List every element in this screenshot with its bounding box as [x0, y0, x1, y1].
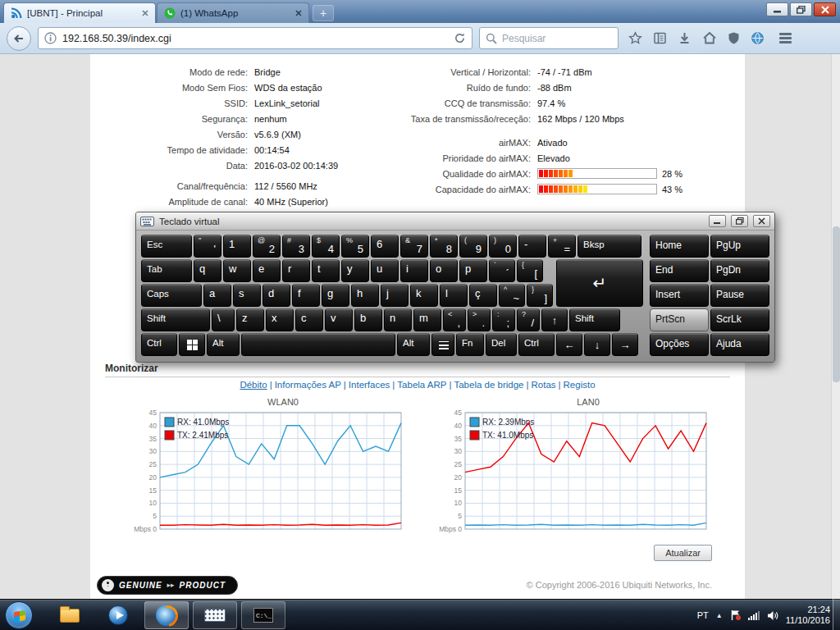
vk-key-pgup[interactable]: PgUp	[710, 235, 769, 258]
vk-key-tilde[interactable]: ^~	[499, 284, 525, 307]
back-button[interactable]	[7, 26, 31, 51]
vk-key-5[interactable]: %5	[341, 235, 369, 258]
vk-key-q[interactable]: q	[194, 259, 221, 282]
vk-key-8[interactable]: *8	[430, 235, 458, 258]
vk-key-slash[interactable]: ?/	[517, 308, 540, 331]
search-bar[interactable]	[479, 27, 619, 49]
vk-key-shift[interactable]: Shift	[569, 308, 620, 331]
search-input[interactable]	[502, 33, 612, 44]
vk-key-4[interactable]: $4	[312, 235, 340, 258]
vk-key-prtscn[interactable]: PrtScn	[650, 308, 709, 331]
vk-key-b[interactable]: b	[354, 308, 382, 331]
start-button[interactable]	[5, 601, 33, 629]
vk-key-ctrl[interactable]: Ctrl	[141, 333, 177, 356]
vk-key-j[interactable]: j	[381, 284, 409, 307]
browser-tab[interactable]: [UBNT] - Principal	[3, 2, 156, 23]
vk-close-button[interactable]	[753, 215, 770, 227]
vk-key-semicolon[interactable]: :;	[492, 308, 515, 331]
vk-key-pgdn[interactable]: PgDn	[710, 259, 769, 282]
browser-tab[interactable]: (1) WhatsApp	[157, 2, 309, 23]
home-icon[interactable]	[702, 31, 717, 45]
page-scrollbar[interactable]	[831, 54, 840, 599]
vk-minimize-button[interactable]	[709, 215, 726, 227]
vk-key-d[interactable]: d	[262, 284, 290, 307]
bookmarks-panel-icon[interactable]	[653, 31, 667, 45]
vk-key-p[interactable]: p	[459, 259, 487, 282]
reload-icon[interactable]	[454, 32, 466, 44]
vk-key-f[interactable]: f	[292, 284, 320, 307]
command-prompt-taskbar-button[interactable]: C:\_	[241, 601, 285, 629]
vk-key-a[interactable]: a	[203, 284, 231, 307]
vk-key-alt[interactable]: Alt	[207, 333, 240, 356]
vk-key-comma[interactable]: <,	[443, 308, 466, 331]
volume-icon[interactable]	[767, 610, 778, 621]
vk-key-e[interactable]: e	[253, 259, 281, 282]
new-tab-button[interactable]: +	[313, 5, 334, 21]
vk-key-0[interactable]: )0	[489, 235, 517, 258]
vk-titlebar[interactable]: Teclado virtual	[136, 212, 774, 231]
vk-key-bracket-open[interactable]: {[	[517, 259, 543, 282]
vk-key-tab[interactable]: Tab	[141, 259, 192, 282]
vk-key-space[interactable]	[241, 333, 395, 356]
media-player-taskbar-button[interactable]	[96, 601, 140, 629]
monitor-link[interactable]: Tabela de bridge	[454, 380, 523, 390]
vk-key-n[interactable]: n	[384, 308, 412, 331]
vk-key-w[interactable]: w	[223, 259, 251, 282]
vk-key-caps[interactable]: Caps	[141, 284, 202, 307]
vk-key-m[interactable]: m	[413, 308, 441, 331]
monitor-link[interactable]: Informações AP	[275, 380, 341, 390]
vk-key-menu[interactable]	[431, 333, 454, 356]
explorer-taskbar-button[interactable]	[48, 601, 92, 629]
vk-key-3[interactable]: #3	[282, 235, 310, 258]
info-icon[interactable]	[44, 32, 57, 44]
vk-key-opções[interactable]: Opções	[650, 333, 709, 356]
vk-key-pause[interactable]: Pause	[710, 284, 769, 307]
vk-key-k[interactable]: k	[410, 284, 438, 307]
vk-key-minus[interactable]: -	[518, 235, 546, 258]
downloads-icon[interactable]	[678, 31, 692, 45]
vk-key-g[interactable]: g	[322, 284, 349, 307]
monitor-link[interactable]: Registo	[564, 380, 596, 390]
menu-icon[interactable]	[779, 33, 792, 43]
vk-key-equals[interactable]: +=	[548, 235, 576, 258]
network-icon[interactable]	[748, 611, 760, 620]
bookmark-star-icon[interactable]	[628, 31, 642, 45]
vk-key-scrlk[interactable]: ScrLk	[710, 308, 769, 331]
vk-key-win[interactable]	[179, 333, 205, 356]
vk-key-9[interactable]: (9	[459, 235, 487, 258]
vk-key-left[interactable]: ←	[556, 333, 582, 356]
vk-key-insert[interactable]: Insert	[650, 284, 709, 307]
minimize-button[interactable]	[766, 2, 788, 16]
virtual-keyboard-taskbar-button[interactable]	[193, 601, 237, 629]
maximize-button[interactable]	[790, 2, 812, 16]
clock[interactable]: 21:24 11/10/2016	[786, 605, 830, 626]
tray-expand-icon[interactable]: ▲	[716, 612, 723, 619]
vk-key-bracket-close[interactable]: }]	[527, 284, 553, 307]
url-input[interactable]	[62, 33, 448, 44]
vk-key-2[interactable]: @2	[253, 235, 281, 258]
tab-close-icon[interactable]	[295, 10, 302, 16]
vk-key-ctrl[interactable]: Ctrl	[518, 333, 555, 356]
shield-icon[interactable]	[728, 31, 740, 45]
vk-key-z[interactable]: z	[236, 308, 264, 331]
vk-key-del[interactable]: Del	[486, 333, 517, 356]
vk-key-down[interactable]: ↓	[584, 333, 610, 356]
vk-key-bksp[interactable]: Bksp	[578, 235, 641, 258]
vk-key-enter[interactable]: ↵	[556, 259, 643, 307]
vk-key-6[interactable]: 6	[371, 235, 399, 258]
vk-key-y[interactable]: y	[341, 259, 369, 282]
vk-key-ç[interactable]: ç	[469, 284, 497, 307]
vk-key-u[interactable]: u	[371, 259, 399, 282]
vk-key-shift[interactable]: Shift	[141, 308, 210, 331]
vk-key-v[interactable]: v	[325, 308, 353, 331]
vk-key-s[interactable]: s	[233, 284, 261, 307]
vk-key-end[interactable]: End	[650, 259, 709, 282]
vk-key-period[interactable]: >.	[468, 308, 491, 331]
vk-restore-button[interactable]	[731, 215, 748, 227]
scrollbar-thumb[interactable]	[833, 226, 840, 382]
vk-key-r[interactable]: r	[282, 259, 310, 282]
globe-icon[interactable]	[751, 31, 765, 45]
monitor-link[interactable]: Débito	[240, 380, 267, 390]
vk-key-o[interactable]: o	[430, 259, 458, 282]
tab-close-icon[interactable]	[142, 10, 148, 16]
